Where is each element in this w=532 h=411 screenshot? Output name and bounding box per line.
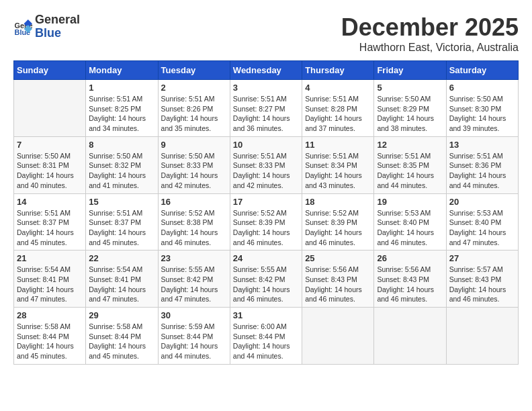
day-info: Sunrise: 5:57 AMSunset: 8:43 PMDaylight:… <box>449 265 515 304</box>
calendar-cell <box>302 308 374 365</box>
day-info: Sunrise: 5:51 AMSunset: 8:37 PMDaylight:… <box>17 208 83 248</box>
calendar-cell: 12Sunrise: 5:51 AMSunset: 8:35 PMDayligh… <box>374 136 446 193</box>
day-number: 21 <box>17 253 83 263</box>
day-info: Sunrise: 5:52 AMSunset: 8:38 PMDaylight:… <box>161 208 227 248</box>
day-info: Sunrise: 5:54 AMSunset: 8:41 PMDaylight:… <box>17 265 83 304</box>
day-info: Sunrise: 5:52 AMSunset: 8:39 PMDaylight:… <box>233 208 299 248</box>
calendar-cell: 4Sunrise: 5:51 AMSunset: 8:28 PMDaylight… <box>302 80 374 137</box>
day-number: 26 <box>377 253 443 263</box>
day-number: 13 <box>449 140 515 150</box>
day-number: 23 <box>161 253 227 263</box>
month-title: December 2025 <box>341 13 519 42</box>
day-info: Sunrise: 5:51 AMSunset: 8:25 PMDaylight:… <box>89 94 154 134</box>
calendar-cell: 8Sunrise: 5:50 AMSunset: 8:32 PMDaylight… <box>86 136 158 193</box>
calendar-cell: 13Sunrise: 5:51 AMSunset: 8:36 PMDayligh… <box>446 136 518 193</box>
day-info: Sunrise: 5:56 AMSunset: 8:43 PMDaylight:… <box>377 265 443 304</box>
day-info: Sunrise: 5:58 AMSunset: 8:44 PMDaylight:… <box>17 322 83 361</box>
calendar-week-row: 21Sunrise: 5:54 AMSunset: 8:41 PMDayligh… <box>14 250 519 308</box>
calendar-cell: 7Sunrise: 5:50 AMSunset: 8:31 PMDaylight… <box>14 136 86 193</box>
calendar-cell: 9Sunrise: 5:50 AMSunset: 8:33 PMDaylight… <box>158 136 230 193</box>
logo: General Blue General Blue <box>13 13 80 40</box>
calendar-cell: 3Sunrise: 5:51 AMSunset: 8:27 PMDaylight… <box>230 80 302 137</box>
calendar-cell: 14Sunrise: 5:51 AMSunset: 8:37 PMDayligh… <box>14 193 86 250</box>
calendar-week-row: 7Sunrise: 5:50 AMSunset: 8:31 PMDaylight… <box>14 136 519 193</box>
calendar-cell: 17Sunrise: 5:52 AMSunset: 8:39 PMDayligh… <box>230 193 302 250</box>
location-title: Hawthorn East, Victoria, Australia <box>341 42 519 54</box>
column-header-thursday: Thursday <box>302 61 374 80</box>
calendar-table: SundayMondayTuesdayWednesdayThursdayFrid… <box>13 60 519 365</box>
day-info: Sunrise: 5:53 AMSunset: 8:40 PMDaylight:… <box>449 208 515 248</box>
day-info: Sunrise: 5:59 AMSunset: 8:44 PMDaylight:… <box>161 322 227 361</box>
calendar-cell: 2Sunrise: 5:51 AMSunset: 8:26 PMDaylight… <box>158 80 230 137</box>
day-info: Sunrise: 5:51 AMSunset: 8:27 PMDaylight:… <box>233 94 299 134</box>
calendar-cell: 6Sunrise: 5:50 AMSunset: 8:30 PMDaylight… <box>446 80 518 137</box>
day-header-row: SundayMondayTuesdayWednesdayThursdayFrid… <box>14 61 519 80</box>
day-info: Sunrise: 5:50 AMSunset: 8:29 PMDaylight:… <box>377 94 443 134</box>
day-info: Sunrise: 5:51 AMSunset: 8:35 PMDaylight:… <box>377 151 443 191</box>
day-info: Sunrise: 6:00 AMSunset: 8:44 PMDaylight:… <box>233 322 299 361</box>
day-info: Sunrise: 5:56 AMSunset: 8:43 PMDaylight:… <box>305 265 371 304</box>
day-info: Sunrise: 5:51 AMSunset: 8:26 PMDaylight:… <box>161 94 227 134</box>
day-number: 5 <box>377 83 443 93</box>
day-info: Sunrise: 5:55 AMSunset: 8:42 PMDaylight:… <box>161 265 227 304</box>
day-number: 19 <box>377 197 443 207</box>
day-info: Sunrise: 5:51 AMSunset: 8:37 PMDaylight:… <box>89 208 154 248</box>
logo-icon: General Blue <box>13 17 32 36</box>
day-info: Sunrise: 5:51 AMSunset: 8:33 PMDaylight:… <box>233 151 299 191</box>
day-number: 22 <box>89 253 154 263</box>
column-header-tuesday: Tuesday <box>158 61 230 80</box>
day-number: 11 <box>305 140 371 150</box>
calendar-cell: 22Sunrise: 5:54 AMSunset: 8:41 PMDayligh… <box>86 250 158 308</box>
day-number: 16 <box>161 197 227 207</box>
calendar-cell: 30Sunrise: 5:59 AMSunset: 8:44 PMDayligh… <box>158 308 230 365</box>
day-number: 10 <box>233 140 299 150</box>
column-header-wednesday: Wednesday <box>230 61 302 80</box>
day-info: Sunrise: 5:50 AMSunset: 8:31 PMDaylight:… <box>17 151 83 191</box>
calendar-cell: 10Sunrise: 5:51 AMSunset: 8:33 PMDayligh… <box>230 136 302 193</box>
column-header-monday: Monday <box>86 61 158 80</box>
day-number: 20 <box>449 197 515 207</box>
calendar-cell: 23Sunrise: 5:55 AMSunset: 8:42 PMDayligh… <box>158 250 230 308</box>
day-number: 12 <box>377 140 443 150</box>
day-info: Sunrise: 5:50 AMSunset: 8:33 PMDaylight:… <box>161 151 227 191</box>
column-header-saturday: Saturday <box>446 61 518 80</box>
logo-general-text: General <box>35 13 80 27</box>
day-number: 15 <box>89 197 154 207</box>
calendar-cell: 20Sunrise: 5:53 AMSunset: 8:40 PMDayligh… <box>446 193 518 250</box>
calendar-cell: 16Sunrise: 5:52 AMSunset: 8:38 PMDayligh… <box>158 193 230 250</box>
calendar-cell: 21Sunrise: 5:54 AMSunset: 8:41 PMDayligh… <box>14 250 86 308</box>
column-header-friday: Friday <box>374 61 446 80</box>
day-number: 6 <box>449 83 515 93</box>
day-number: 14 <box>17 197 83 207</box>
day-info: Sunrise: 5:51 AMSunset: 8:36 PMDaylight:… <box>449 151 515 191</box>
day-info: Sunrise: 5:54 AMSunset: 8:41 PMDaylight:… <box>89 265 154 304</box>
day-number: 1 <box>89 83 154 93</box>
day-number: 9 <box>161 140 227 150</box>
logo-blue-text: Blue <box>35 27 80 40</box>
day-number: 7 <box>17 140 83 150</box>
day-number: 8 <box>89 140 154 150</box>
title-area: December 2025 Hawthorn East, Victoria, A… <box>341 13 519 54</box>
day-info: Sunrise: 5:50 AMSunset: 8:32 PMDaylight:… <box>89 151 154 191</box>
calendar-week-row: 1Sunrise: 5:51 AMSunset: 8:25 PMDaylight… <box>14 80 519 137</box>
page-header: General Blue General Blue December 2025 … <box>13 13 519 54</box>
day-number: 30 <box>161 310 227 320</box>
calendar-cell: 15Sunrise: 5:51 AMSunset: 8:37 PMDayligh… <box>86 193 158 250</box>
calendar-cell <box>374 308 446 365</box>
day-info: Sunrise: 5:52 AMSunset: 8:39 PMDaylight:… <box>305 208 371 248</box>
calendar-cell: 1Sunrise: 5:51 AMSunset: 8:25 PMDaylight… <box>86 80 158 137</box>
day-info: Sunrise: 5:58 AMSunset: 8:44 PMDaylight:… <box>89 322 154 361</box>
calendar-cell: 24Sunrise: 5:55 AMSunset: 8:42 PMDayligh… <box>230 250 302 308</box>
day-number: 17 <box>233 197 299 207</box>
column-header-sunday: Sunday <box>14 61 86 80</box>
calendar-week-row: 28Sunrise: 5:58 AMSunset: 8:44 PMDayligh… <box>14 308 519 365</box>
day-info: Sunrise: 5:51 AMSunset: 8:28 PMDaylight:… <box>305 94 371 134</box>
day-info: Sunrise: 5:50 AMSunset: 8:30 PMDaylight:… <box>449 94 515 134</box>
day-number: 27 <box>449 253 515 263</box>
calendar-cell: 26Sunrise: 5:56 AMSunset: 8:43 PMDayligh… <box>374 250 446 308</box>
day-number: 4 <box>305 83 371 93</box>
day-number: 25 <box>305 253 371 263</box>
day-number: 2 <box>161 83 227 93</box>
day-info: Sunrise: 5:53 AMSunset: 8:40 PMDaylight:… <box>377 208 443 248</box>
calendar-cell: 25Sunrise: 5:56 AMSunset: 8:43 PMDayligh… <box>302 250 374 308</box>
